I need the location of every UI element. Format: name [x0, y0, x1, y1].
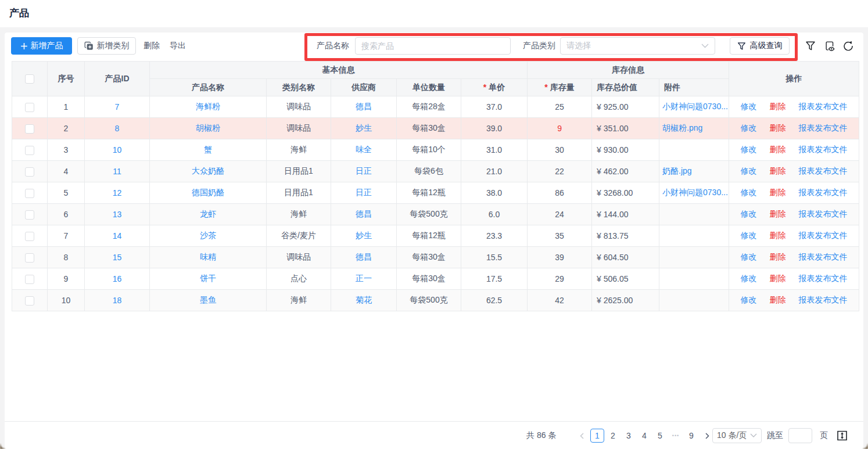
product-name-cell: 味精: [150, 247, 267, 268]
page-number-button[interactable]: 5: [653, 429, 667, 443]
supplier-link[interactable]: 妙生: [356, 123, 372, 132]
page-number-button[interactable]: 9: [684, 429, 698, 443]
row-checkbox[interactable]: [25, 103, 34, 112]
more-pages-ellipsis[interactable]: •••: [669, 429, 683, 443]
product-id-link[interactable]: 12: [113, 188, 122, 197]
edit-link[interactable]: 修改: [741, 145, 757, 154]
supplier-link[interactable]: 味全: [356, 145, 372, 154]
filter-funnel-icon[interactable]: [805, 37, 816, 55]
attachment-link[interactable]: 小财神问题0730...: [662, 188, 728, 197]
supplier-link[interactable]: 德昌: [356, 209, 372, 218]
row-checkbox[interactable]: [25, 167, 34, 177]
row-checkbox[interactable]: [25, 232, 34, 241]
report-publish-link[interactable]: 报表发布文件: [799, 145, 848, 154]
supplier-link[interactable]: 正一: [356, 274, 372, 283]
edit-link[interactable]: 修改: [741, 123, 757, 132]
product-name-link[interactable]: 龙虾: [200, 209, 216, 218]
delete-link[interactable]: 删除: [770, 166, 786, 175]
row-checkbox[interactable]: [25, 253, 34, 263]
edit-link[interactable]: 修改: [741, 252, 757, 261]
supplier-link[interactable]: 德昌: [356, 102, 372, 111]
product-name-link[interactable]: 味精: [200, 252, 216, 261]
report-publish-link[interactable]: 报表发布文件: [799, 274, 848, 283]
product-name-link[interactable]: 蟹: [204, 145, 212, 154]
delete-link[interactable]: 删除: [770, 231, 786, 240]
delete-button[interactable]: 删除: [144, 37, 160, 55]
delete-link[interactable]: 删除: [770, 209, 786, 218]
delete-link[interactable]: 删除: [770, 295, 786, 304]
product-name-link[interactable]: 海鲜粉: [196, 102, 220, 111]
product-name-link[interactable]: 沙茶: [200, 231, 216, 240]
product-name-link[interactable]: 墨鱼: [200, 295, 216, 304]
edit-link[interactable]: 修改: [741, 166, 757, 175]
report-publish-link[interactable]: 报表发布文件: [799, 231, 848, 240]
export-button[interactable]: 导出: [170, 37, 186, 55]
product-id-link[interactable]: 11: [113, 167, 121, 176]
supplier-link[interactable]: 日正: [356, 166, 372, 175]
edit-link[interactable]: 修改: [741, 209, 757, 218]
attachment-link[interactable]: 奶酪.jpg: [662, 166, 692, 175]
delete-link[interactable]: 删除: [770, 102, 786, 111]
select-all-checkbox[interactable]: [25, 74, 34, 84]
delete-link[interactable]: 删除: [770, 252, 786, 261]
edit-link[interactable]: 修改: [741, 188, 757, 197]
product-name-link[interactable]: 德国奶酪: [192, 188, 224, 197]
report-publish-link[interactable]: 报表发布文件: [799, 295, 848, 304]
add-category-button[interactable]: 新增类别: [77, 37, 136, 55]
attachment-link[interactable]: 胡椒粉.png: [662, 123, 702, 132]
report-publish-link[interactable]: 报表发布文件: [799, 188, 848, 197]
delete-link[interactable]: 删除: [770, 188, 786, 197]
row-checkbox[interactable]: [25, 124, 34, 134]
attachment-link[interactable]: 小财神问题0730...: [662, 102, 728, 111]
edit-link[interactable]: 修改: [741, 102, 757, 111]
group-header-stock-info: 库存信息: [528, 62, 729, 79]
page-number-button[interactable]: 4: [637, 429, 651, 443]
row-index-cell: 5: [48, 182, 85, 204]
delete-link[interactable]: 删除: [770, 123, 786, 132]
supplier-link[interactable]: 菊花: [356, 295, 372, 304]
row-checkbox[interactable]: [25, 146, 34, 155]
row-actions-cell: 修改删除报表发布文件: [729, 161, 859, 182]
product-id-link[interactable]: 18: [113, 296, 122, 305]
row-checkbox[interactable]: [25, 189, 34, 198]
add-product-button[interactable]: 新增产品: [11, 37, 72, 55]
page-size-select[interactable]: 10 条/页: [712, 428, 762, 443]
product-id-link[interactable]: 13: [113, 210, 122, 219]
column-visibility-icon[interactable]: [824, 37, 835, 55]
page-number-button[interactable]: 3: [622, 429, 636, 443]
report-publish-link[interactable]: 报表发布文件: [799, 123, 848, 132]
edit-link[interactable]: 修改: [741, 274, 757, 283]
supplier-link[interactable]: 妙生: [356, 231, 372, 240]
row-checkbox[interactable]: [25, 210, 34, 220]
edit-link[interactable]: 修改: [741, 295, 757, 304]
delete-link[interactable]: 删除: [770, 274, 786, 283]
product-name-link[interactable]: 大众奶酪: [192, 166, 224, 175]
advanced-query-button[interactable]: 高级查询: [730, 37, 790, 55]
report-publish-link[interactable]: 报表发布文件: [799, 209, 848, 218]
product-id-link[interactable]: 8: [115, 124, 120, 133]
supplier-link[interactable]: 日正: [356, 188, 372, 197]
product-id-link[interactable]: 10: [113, 145, 122, 155]
supplier-link[interactable]: 德昌: [356, 252, 372, 261]
row-height-toggle-icon[interactable]: [837, 430, 847, 440]
product-name-link[interactable]: 胡椒粉: [196, 123, 220, 132]
refresh-icon[interactable]: [842, 37, 854, 55]
product-id-link[interactable]: 16: [113, 274, 122, 283]
prev-page-button[interactable]: [575, 429, 589, 443]
jump-page-input[interactable]: [788, 428, 812, 443]
product-category-select[interactable]: 请选择: [560, 37, 715, 55]
report-publish-link[interactable]: 报表发布文件: [799, 166, 848, 175]
delete-link[interactable]: 删除: [770, 145, 786, 154]
product-id-link[interactable]: 7: [115, 102, 120, 112]
page-number-button[interactable]: 2: [606, 429, 620, 443]
product-id-link[interactable]: 14: [113, 231, 122, 240]
product-id-link[interactable]: 15: [113, 253, 122, 262]
page-number-button[interactable]: 1: [590, 429, 604, 443]
edit-link[interactable]: 修改: [741, 231, 757, 240]
row-checkbox[interactable]: [25, 275, 34, 284]
report-publish-link[interactable]: 报表发布文件: [799, 102, 848, 111]
product-name-link[interactable]: 饼干: [200, 274, 216, 283]
report-publish-link[interactable]: 报表发布文件: [799, 252, 848, 261]
product-name-search-input[interactable]: [355, 37, 511, 55]
row-checkbox[interactable]: [25, 296, 34, 306]
